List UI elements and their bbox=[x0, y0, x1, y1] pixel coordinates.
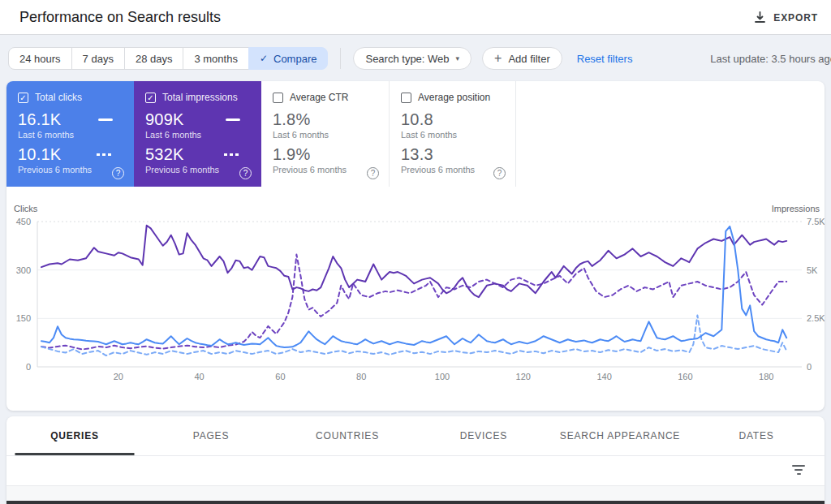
metric-tiles: ✓ Total clicks 16.1K Last 6 months 10.1K… bbox=[6, 81, 825, 187]
metric-label: Average CTR bbox=[290, 92, 348, 103]
search-type-dropdown[interactable]: Search type: Web ▾ bbox=[353, 47, 471, 70]
dashed-line-legend-icon bbox=[224, 153, 240, 156]
tab-countries[interactable]: COUNTRIES bbox=[279, 416, 416, 455]
svg-text:160: 160 bbox=[678, 372, 692, 381]
solid-line-legend-icon bbox=[98, 118, 113, 121]
svg-text:300: 300 bbox=[16, 265, 31, 275]
date-range-24-hours[interactable]: 24 hours bbox=[8, 47, 72, 70]
svg-text:60: 60 bbox=[275, 372, 285, 381]
table-header-row bbox=[6, 485, 825, 501]
metric-tile-total-impressions[interactable]: ✓ Total impressions 909K Last 6 months 5… bbox=[134, 81, 261, 187]
svg-text:40: 40 bbox=[194, 372, 204, 381]
svg-text:Impressions: Impressions bbox=[772, 204, 820, 213]
bottom-dark-strip bbox=[6, 501, 825, 504]
metric-current-caption: Last 6 months bbox=[401, 130, 506, 140]
dashed-line-legend-icon bbox=[97, 153, 113, 156]
date-range-7-days[interactable]: 7 days bbox=[71, 47, 125, 70]
svg-text:120: 120 bbox=[516, 372, 531, 381]
performance-chart[interactable]: 45030015007.5K5K2.5K02040608010012014016… bbox=[6, 187, 825, 411]
svg-text:0: 0 bbox=[807, 362, 812, 372]
metric-current-value: 10.8 bbox=[401, 110, 433, 129]
checkbox-checked-icon[interactable]: ✓ bbox=[18, 93, 28, 103]
metric-previous-caption: Previous 6 months bbox=[273, 165, 379, 174]
metric-previous-value: 10.1K bbox=[18, 145, 61, 164]
last-update-text: Last update: 3.5 hours ago bbox=[710, 53, 831, 65]
svg-text:100: 100 bbox=[435, 372, 450, 381]
help-icon[interactable]: ? bbox=[239, 167, 252, 179]
checkbox-empty-icon[interactable] bbox=[401, 93, 411, 103]
check-icon: ✓ bbox=[260, 53, 268, 64]
tab-devices[interactable]: DEVICES bbox=[416, 416, 552, 455]
metric-previous-value: 532K bbox=[145, 145, 184, 164]
help-icon[interactable]: ? bbox=[367, 167, 379, 179]
filter-bar: 24 hours 7 days 28 days 3 months ✓ Compa… bbox=[0, 36, 831, 81]
date-range-3-months[interactable]: 3 months bbox=[183, 47, 248, 70]
metric-tile-average-position[interactable]: Average position 10.8 Last 6 months 13.3… bbox=[389, 81, 516, 187]
tab-search-appearance[interactable]: SEARCH APPEARANCE bbox=[552, 416, 688, 455]
svg-text:140: 140 bbox=[596, 372, 611, 381]
metric-label: Total impressions bbox=[162, 92, 238, 103]
metric-current-caption: Last 6 months bbox=[273, 130, 379, 140]
svg-text:20: 20 bbox=[114, 372, 123, 381]
reset-filters-link[interactable]: Reset filters bbox=[577, 53, 633, 65]
solid-line-legend-icon bbox=[226, 118, 240, 121]
dimension-tabs: QUERIES PAGES COUNTRIES DEVICES SEARCH A… bbox=[6, 416, 825, 456]
metric-previous-caption: Previous 6 months bbox=[401, 165, 506, 174]
add-filter-button[interactable]: + Add filter bbox=[482, 47, 562, 70]
compare-toggle[interactable]: ✓ Compare bbox=[248, 47, 329, 70]
dimensions-card: QUERIES PAGES COUNTRIES DEVICES SEARCH A… bbox=[6, 416, 825, 504]
metric-current-caption: Last 6 months bbox=[18, 130, 124, 140]
metric-tile-average-ctr[interactable]: Average CTR 1.8% Last 6 months 1.9% Prev… bbox=[261, 81, 389, 187]
table-toolbar bbox=[6, 456, 825, 485]
checkbox-checked-icon[interactable]: ✓ bbox=[145, 93, 156, 103]
metric-tile-total-clicks[interactable]: ✓ Total clicks 16.1K Last 6 months 10.1K… bbox=[6, 81, 134, 187]
performance-card: ✓ Total clicks 16.1K Last 6 months 10.1K… bbox=[6, 81, 825, 411]
filter-list-icon[interactable] bbox=[792, 465, 805, 476]
metric-label: Average position bbox=[418, 92, 490, 103]
metric-previous-caption: Previous 6 months bbox=[145, 165, 252, 174]
export-button[interactable]: EXPORT bbox=[747, 0, 825, 35]
svg-text:150: 150 bbox=[16, 313, 31, 323]
metric-previous-value: 1.9% bbox=[273, 145, 310, 164]
metric-label: Total clicks bbox=[35, 92, 82, 103]
page-title: Performance on Search results bbox=[19, 9, 221, 26]
tab-queries[interactable]: QUERIES bbox=[6, 416, 143, 455]
plus-icon: + bbox=[494, 52, 502, 65]
download-icon bbox=[754, 11, 766, 24]
date-range-28-days[interactable]: 28 days bbox=[124, 47, 184, 70]
metric-current-value: 16.1K bbox=[18, 110, 61, 129]
svg-text:450: 450 bbox=[16, 217, 31, 226]
svg-text:Clicks: Clicks bbox=[14, 204, 38, 213]
page-header: Performance on Search results EXPORT bbox=[0, 0, 831, 35]
svg-text:180: 180 bbox=[759, 372, 773, 381]
svg-text:2.5K: 2.5K bbox=[807, 313, 825, 323]
chevron-down-icon: ▾ bbox=[456, 54, 460, 62]
svg-text:0: 0 bbox=[26, 362, 31, 372]
metric-current-value: 909K bbox=[145, 110, 184, 129]
svg-text:7.5K: 7.5K bbox=[807, 217, 825, 226]
date-range-group: 24 hours 7 days 28 days 3 months ✓ Compa… bbox=[8, 47, 328, 70]
metric-current-value: 1.8% bbox=[273, 110, 310, 129]
add-filter-label: Add filter bbox=[508, 53, 549, 65]
help-icon[interactable]: ? bbox=[493, 167, 506, 179]
export-label: EXPORT bbox=[773, 12, 818, 24]
tab-pages[interactable]: PAGES bbox=[143, 416, 279, 455]
metric-current-caption: Last 6 months bbox=[145, 130, 252, 140]
metric-previous-value: 13.3 bbox=[401, 145, 433, 164]
svg-text:80: 80 bbox=[356, 372, 366, 381]
svg-text:5K: 5K bbox=[807, 265, 818, 275]
checkbox-empty-icon[interactable] bbox=[273, 93, 283, 103]
filter-divider bbox=[340, 48, 341, 69]
compare-label: Compare bbox=[273, 53, 316, 65]
metric-previous-caption: Previous 6 months bbox=[18, 165, 124, 174]
search-type-label: Search type: Web bbox=[365, 53, 449, 65]
tab-dates[interactable]: DATES bbox=[688, 416, 825, 455]
help-icon[interactable]: ? bbox=[112, 167, 124, 179]
